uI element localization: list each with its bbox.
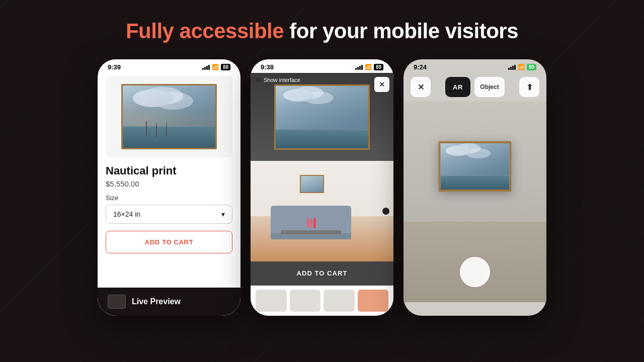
signal-bar-3 bbox=[206, 66, 208, 70]
phone3-ar-button[interactable]: AR bbox=[445, 77, 470, 97]
phone1-battery: 88 bbox=[221, 64, 230, 70]
phone3-ar-painting bbox=[439, 141, 512, 192]
phone2-wifi-icon: 📶 bbox=[365, 64, 372, 70]
signal-bar-4 bbox=[361, 65, 363, 70]
phone2-status-bar: 9:38 📶 89 bbox=[251, 59, 393, 73]
signal-bar-1 bbox=[202, 68, 204, 70]
live-preview-thumbnail bbox=[108, 295, 126, 309]
headline-rest: for your mobile visitors bbox=[284, 19, 518, 43]
phone3-capture-button[interactable] bbox=[460, 257, 490, 287]
phone2-thumb-3[interactable] bbox=[324, 290, 355, 312]
cloud-decoration bbox=[283, 89, 313, 102]
signal-bar-4 bbox=[208, 65, 210, 70]
phone-1: 9:39 📶 88 Nautical print $5,550 bbox=[98, 59, 240, 316]
ar-sea-wave bbox=[441, 175, 510, 190]
phone2-table bbox=[281, 230, 341, 234]
phone3-signal bbox=[508, 65, 516, 70]
chevron-down-icon: ▾ bbox=[221, 210, 225, 218]
flower-2 bbox=[310, 218, 313, 227]
phones-row: 9:39 📶 88 Nautical print $5,550 bbox=[98, 59, 546, 316]
phone2-flowers bbox=[307, 217, 316, 229]
phone3-controls-bar: ✕ AR Object ⬆ bbox=[404, 73, 546, 101]
flower-3 bbox=[313, 217, 316, 228]
phone1-product-price: $5,550.00 bbox=[106, 179, 232, 188]
phone2-interface-label-bar: Show interface bbox=[256, 77, 300, 83]
flower-1 bbox=[307, 217, 309, 227]
headline-accent: Fully accessible bbox=[126, 19, 284, 43]
phone1-status-right: 📶 88 bbox=[202, 64, 230, 70]
phone3-share-button[interactable]: ⬆ bbox=[519, 77, 539, 97]
phone2-status-right: 📶 89 bbox=[355, 64, 383, 70]
phone1-status-bar: 9:39 📶 88 bbox=[98, 59, 240, 73]
live-preview-label: Live Preview bbox=[132, 297, 181, 306]
phone3-time: 9:24 bbox=[414, 63, 427, 71]
phone1-product-title: Nautical print bbox=[106, 164, 232, 177]
phone2-battery: 89 bbox=[374, 64, 383, 70]
phone2-add-to-cart-button[interactable]: ADD TO CART bbox=[251, 261, 393, 286]
phone1-size-select[interactable]: 16×24 in ▾ bbox=[106, 205, 232, 224]
phone3-ar-room bbox=[404, 101, 546, 302]
phone2-thumb-4[interactable] bbox=[358, 290, 389, 312]
phone1-wifi-icon: 📶 bbox=[212, 64, 219, 70]
signal-bar-2 bbox=[204, 67, 206, 70]
phone3-mode-buttons: AR Object bbox=[445, 77, 505, 97]
ar-cloud-decoration bbox=[446, 146, 471, 156]
phone2-close-button[interactable]: ✕ bbox=[374, 77, 389, 92]
phone1-size-label: Size bbox=[106, 194, 232, 202]
interface-dot bbox=[256, 77, 261, 82]
signal-bar-3 bbox=[359, 66, 361, 70]
phone3-battery: 90 bbox=[527, 64, 536, 70]
signal-bar-2 bbox=[510, 67, 512, 70]
phone-2: 9:38 📶 89 Sho bbox=[251, 59, 393, 316]
phone1-painting bbox=[121, 84, 217, 149]
phone2-dark-preview bbox=[251, 73, 393, 161]
sea-wave-decoration bbox=[276, 129, 368, 148]
phone-3: 9:24 📶 90 ✕ AR Object ⬆ bbox=[404, 59, 546, 316]
phone2-ar-preview-top: Show interface ✕ bbox=[251, 73, 393, 161]
phone3-close-button[interactable]: ✕ bbox=[411, 77, 431, 97]
phone1-painting-wrap bbox=[106, 76, 232, 157]
phone2-wall-painting bbox=[300, 175, 324, 193]
phone2-thumbnails bbox=[251, 286, 393, 316]
signal-bar-2 bbox=[357, 67, 359, 70]
phone3-wifi-icon: 📶 bbox=[518, 64, 525, 70]
phone2-framed-painting bbox=[274, 84, 370, 150]
phone2-room-scene bbox=[251, 161, 393, 261]
phone2-thumb-2[interactable] bbox=[290, 290, 321, 312]
phone1-size-value: 16×24 in bbox=[113, 210, 140, 218]
phone1-time: 9:39 bbox=[108, 63, 121, 71]
phone2-time: 9:38 bbox=[261, 63, 274, 71]
phone1-signal bbox=[202, 65, 210, 70]
phone3-status-right: 📶 90 bbox=[508, 64, 536, 70]
signal-bar-1 bbox=[508, 68, 510, 70]
phone1-content: Nautical print $5,550.00 Size 16×24 in ▾… bbox=[98, 76, 240, 253]
signal-bar-4 bbox=[514, 65, 516, 70]
sea-wave bbox=[123, 126, 215, 148]
signal-bar-3 bbox=[512, 66, 514, 70]
page-headline: Fully accessible for your mobile visitor… bbox=[126, 19, 518, 43]
signal-bar-1 bbox=[355, 68, 357, 70]
phone2-scroll-indicator bbox=[382, 208, 389, 215]
phone1-live-preview-bar[interactable]: Live Preview bbox=[98, 288, 240, 316]
phone2-thumb-1[interactable] bbox=[256, 290, 287, 312]
phone2-signal bbox=[355, 65, 363, 70]
phone2-interface-label: Show interface bbox=[264, 77, 300, 83]
phone3-status-bar: 9:24 📶 90 bbox=[404, 59, 546, 73]
phone1-add-to-cart-button[interactable]: AdD To CART bbox=[106, 231, 232, 253]
phone3-object-button[interactable]: Object bbox=[474, 77, 505, 97]
cloud-decoration bbox=[133, 89, 173, 107]
